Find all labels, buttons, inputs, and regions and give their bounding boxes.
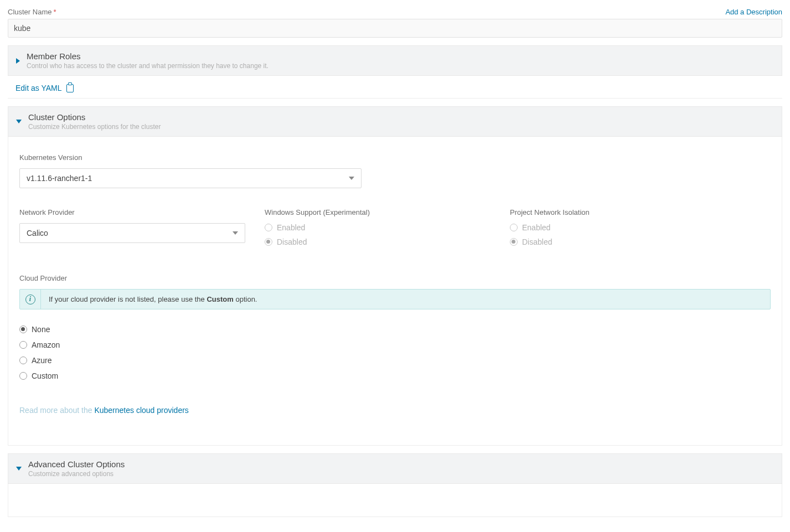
cloud-provider-info-text: If your cloud provider is not listed, pl…: [41, 290, 265, 309]
advanced-options-title: Advanced Cluster Options: [28, 459, 125, 469]
advanced-options-header[interactable]: Advanced Cluster Options Customize advan…: [8, 453, 782, 484]
member-roles-subtitle: Control who has access to the cluster an…: [27, 62, 269, 70]
cloud-provider-custom-label: Custom: [32, 371, 58, 380]
radio-icon: [510, 224, 518, 231]
edit-as-yaml-link[interactable]: Edit as YAML: [16, 84, 74, 92]
project-isolation-disabled-label: Disabled: [522, 237, 552, 246]
radio-icon: [265, 224, 272, 231]
cloud-provider-azure-option[interactable]: Azure: [19, 356, 771, 365]
cloud-provider-amazon-label: Amazon: [32, 340, 60, 349]
kubernetes-cloud-providers-link[interactable]: Kubernetes cloud providers: [94, 406, 188, 415]
add-description-link[interactable]: Add a Description: [725, 8, 782, 16]
chevron-down-icon: [233, 231, 238, 235]
project-isolation-enabled-option: Enabled: [510, 223, 771, 232]
edit-as-yaml-text: Edit as YAML: [16, 84, 62, 92]
cluster-options-body: Kubernetes Version v1.11.6-rancher1-1 Ne…: [8, 137, 782, 446]
radio-icon: [19, 372, 27, 380]
read-more-prefix: Read more about the: [19, 406, 94, 415]
cloud-provider-custom-option[interactable]: Custom: [19, 371, 771, 380]
windows-support-label: Windows Support (Experimental): [265, 208, 500, 216]
windows-support-disabled-option: Disabled: [265, 237, 500, 246]
project-isolation-enabled-label: Enabled: [522, 223, 550, 232]
cluster-options-subtitle: Customize Kubernetes options for the clu…: [28, 123, 161, 131]
project-isolation-label: Project Network Isolation: [510, 208, 771, 216]
cloud-provider-info-banner: i If your cloud provider is not listed, …: [19, 289, 771, 309]
chevron-right-icon: [16, 58, 20, 64]
cluster-options-title: Cluster Options: [28, 112, 161, 122]
cluster-name-label: Cluster Name: [8, 8, 51, 16]
k8s-version-select[interactable]: v1.11.6-rancher1-1: [19, 168, 362, 188]
member-roles-title: Member Roles: [27, 51, 269, 61]
network-provider-value: Calico: [27, 229, 48, 237]
required-indicator: *: [53, 8, 56, 16]
cloud-provider-none-label: None: [32, 325, 50, 334]
advanced-options-subtitle: Customize advanced options: [28, 470, 125, 478]
cluster-options-header[interactable]: Cluster Options Customize Kubernetes opt…: [8, 106, 782, 137]
chevron-down-icon: [16, 467, 22, 471]
cluster-name-input[interactable]: [8, 19, 782, 38]
radio-icon: [19, 326, 27, 333]
network-provider-label: Network Provider: [19, 208, 255, 216]
windows-support-enabled-label: Enabled: [277, 223, 305, 232]
cloud-provider-read-more: Read more about the Kubernetes cloud pro…: [19, 406, 771, 415]
cloud-provider-none-option[interactable]: None: [19, 325, 771, 334]
cloud-provider-label: Cloud Provider: [19, 274, 771, 282]
radio-icon: [19, 357, 27, 364]
radio-icon: [510, 238, 518, 246]
network-provider-select[interactable]: Calico: [19, 223, 245, 243]
windows-support-disabled-label: Disabled: [277, 237, 307, 246]
radio-icon: [19, 341, 27, 349]
windows-support-enabled-option: Enabled: [265, 223, 500, 232]
radio-icon: [265, 238, 272, 246]
k8s-version-label: Kubernetes Version: [19, 153, 771, 162]
cloud-provider-amazon-option[interactable]: Amazon: [19, 340, 771, 349]
cloud-provider-azure-label: Azure: [32, 356, 52, 365]
clipboard-icon: [66, 84, 74, 92]
k8s-version-value: v1.11.6-rancher1-1: [27, 174, 92, 183]
chevron-down-icon: [349, 177, 354, 180]
project-isolation-disabled-option: Disabled: [510, 237, 771, 246]
member-roles-header[interactable]: Member Roles Control who has access to t…: [8, 45, 782, 76]
advanced-options-body: [8, 484, 782, 517]
chevron-down-icon: [16, 120, 22, 123]
info-icon: i: [25, 295, 35, 304]
